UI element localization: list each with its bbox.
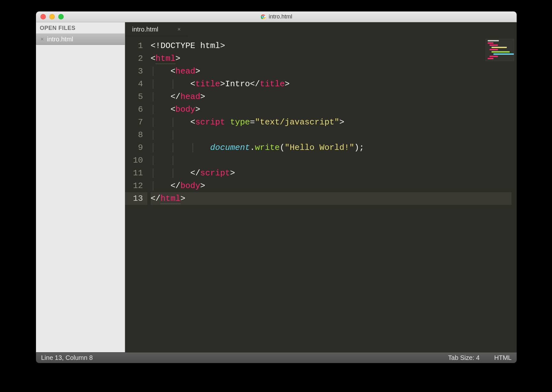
code-line[interactable]: │ </head> [151, 90, 512, 103]
line-number: 5 [125, 90, 147, 103]
open-file-item[interactable]: × intro.html [36, 33, 125, 45]
code-editor[interactable]: 12345678910111213 <!DOCTYPE html><html>│… [125, 36, 517, 352]
line-number-gutter: 12345678910111213 [125, 36, 147, 352]
close-icon[interactable] [40, 14, 46, 19]
tab-size-indicator[interactable]: Tab Size: 4 [448, 354, 480, 361]
code-line[interactable]: │ <head> [151, 65, 512, 78]
line-number: 6 [125, 103, 147, 116]
code-line[interactable]: │ │ │ document.write("Hello World!"); [151, 141, 512, 154]
code-line[interactable]: </html> [151, 192, 512, 205]
window-title: intro.html [36, 13, 517, 20]
code-line[interactable]: │ </body> [151, 179, 512, 192]
line-number: 1 [125, 39, 147, 52]
tab-label: intro.html [132, 26, 158, 33]
sidebar-header: OPEN FILES [36, 22, 125, 33]
tab-close-icon[interactable]: × [177, 26, 181, 33]
line-number: 3 [125, 65, 147, 78]
code-area[interactable]: <!DOCTYPE html><html>│ <head>│ │ <title>… [147, 36, 517, 352]
code-line[interactable]: │ │ <title>Intro</title> [151, 78, 512, 90]
line-number: 9 [125, 141, 147, 154]
close-file-icon[interactable]: × [40, 36, 44, 42]
window-title-text: intro.html [269, 13, 292, 20]
minimize-icon[interactable] [49, 14, 55, 19]
svg-point-0 [261, 14, 266, 19]
code-line[interactable]: │ │ [151, 129, 512, 141]
line-number: 11 [125, 167, 147, 179]
svg-point-2 [262, 16, 265, 18]
code-line[interactable]: │ │ <script type="text/javascript"> [151, 116, 512, 129]
cursor-position[interactable]: Line 13, Column 8 [41, 354, 93, 361]
line-number: 10 [125, 154, 147, 167]
syntax-indicator[interactable]: HTML [494, 354, 512, 361]
code-line[interactable]: │ <body> [151, 103, 512, 116]
code-line[interactable]: <html> [151, 52, 512, 65]
zoom-icon[interactable] [58, 14, 64, 19]
code-line[interactable]: <!DOCTYPE html> [151, 39, 512, 52]
code-line[interactable]: │ │ </script> [151, 167, 512, 179]
file-type-icon [260, 14, 266, 20]
line-number: 7 [125, 116, 147, 129]
line-number: 2 [125, 52, 147, 65]
code-line[interactable]: │ │ [151, 154, 512, 167]
line-number: 8 [125, 129, 147, 141]
line-number: 4 [125, 78, 147, 90]
line-number: 12 [125, 179, 147, 192]
tab-bar: intro.html × [125, 22, 517, 36]
editor-window: intro.html OPEN FILES × intro.html intro… [36, 11, 517, 363]
editor-main: intro.html × 12345678910111213 <!DOCTYPE… [125, 22, 517, 352]
traffic-lights [40, 14, 64, 19]
line-number: 13 [125, 192, 147, 205]
svg-point-1 [262, 16, 265, 18]
tab-intro-html[interactable]: intro.html × [125, 22, 188, 36]
titlebar[interactable]: intro.html [36, 11, 517, 22]
minimap[interactable] [485, 39, 514, 61]
open-file-name: intro.html [47, 36, 73, 43]
sidebar: OPEN FILES × intro.html [36, 22, 125, 352]
status-bar: Line 13, Column 8 Tab Size: 4 HTML [36, 352, 517, 363]
